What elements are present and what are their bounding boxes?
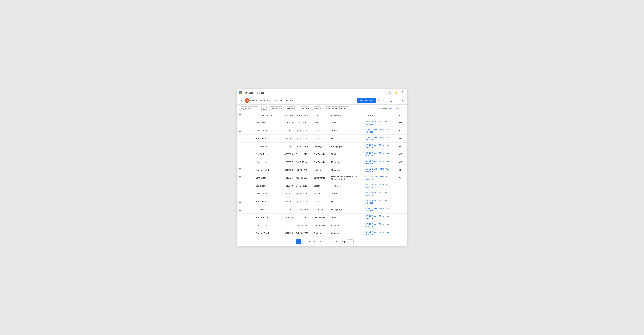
row-checkbox[interactable]	[238, 121, 241, 124]
search-box[interactable]: 🔍	[239, 106, 260, 111]
address-link[interactable]: US-72 & Wall Triana Hwy, Madison...	[366, 136, 390, 141]
address-link[interactable]: US-72 & Wall Triana Hwy, Madison...	[366, 152, 390, 157]
address-link[interactable]: US-72 & Wall Triana Hwy, Madison...	[366, 199, 390, 204]
address-link[interactable]: US-72 & Wall Triana Hwy, Madison...	[366, 223, 390, 228]
gear-icon[interactable]: ⚙	[239, 98, 244, 103]
page-1-button[interactable]: 1	[296, 239, 301, 244]
page-input[interactable]	[347, 240, 354, 244]
view-row-icon[interactable]: 👁	[248, 224, 252, 227]
row-checkbox[interactable]	[238, 153, 241, 155]
prev-page-button[interactable]: ‹	[290, 239, 295, 244]
page-2-button[interactable]: 2	[302, 239, 306, 244]
edit-row-icon[interactable]: ✏	[244, 231, 248, 235]
view-row-icon[interactable]: 👁	[248, 208, 252, 212]
nav-pipelines[interactable]: Pipelines	[256, 92, 264, 94]
enrollment-date: July 1, 2018	[294, 150, 312, 158]
edit-row-icon[interactable]: ✏	[244, 176, 248, 180]
view-row-icon[interactable]: 👁	[248, 184, 252, 188]
table-row: ✏ 👁 Alta Rodriquez 54309879 July 1, 2018…	[237, 214, 407, 221]
edit-row-icon[interactable]: ✏	[244, 160, 248, 164]
edit-row-icon[interactable]: ✏	[244, 200, 248, 204]
row-checkbox[interactable]	[238, 200, 241, 202]
bell-icon[interactable]: 🔔	[394, 90, 398, 95]
address-link[interactable]: US-72 & Wall Triana Hwy, Madison...	[366, 160, 390, 164]
breadcrumb-view[interactable]: All Active Customers ▾	[272, 99, 293, 102]
add-icon[interactable]: ＋	[381, 90, 386, 95]
new-customer-button[interactable]: New customer	[357, 98, 376, 103]
state-filter[interactable]: State ▾	[312, 106, 323, 111]
breadcrumb-customers[interactable]: Customers ▾	[259, 99, 270, 102]
row-checkbox[interactable]	[238, 192, 241, 195]
priority-filter[interactable]: Priority ▾	[285, 106, 297, 111]
address-link[interactable]: US-72 & Wall Triana Hwy, Madison...	[366, 144, 390, 149]
edit-row-icon[interactable]: ✏	[244, 208, 248, 212]
select-all-checkbox[interactable]	[238, 114, 241, 117]
view-row-icon[interactable]: 👁	[248, 231, 252, 235]
help-icon[interactable]: ❓	[400, 90, 405, 95]
edit-row-icon[interactable]: ✏	[244, 184, 248, 188]
nav-my-apps[interactable]: My apps	[245, 92, 253, 94]
customer-name: Alta Rodriquez	[254, 214, 280, 221]
row-checkbox[interactable]	[238, 184, 241, 187]
row-checkbox[interactable]	[238, 145, 241, 147]
download-icon[interactable]: ⬇	[383, 98, 387, 103]
search-input[interactable]	[245, 108, 258, 110]
results-filter-link[interactable]: Submitter is "the...	[389, 108, 405, 110]
view-row-icon[interactable]: 👁	[248, 144, 252, 148]
address-link[interactable]: US-72 & Wall Triana Hwy, Madison...	[366, 120, 390, 125]
row-checkbox[interactable]	[238, 216, 241, 218]
row-checkbox[interactable]	[238, 208, 241, 210]
edit-row-icon[interactable]: ✏	[244, 144, 248, 148]
date-range-filter[interactable]: Date range ▾	[268, 106, 284, 111]
address-link[interactable]: US-72 & Wall Triana Hwy, Madison...	[366, 168, 390, 172]
edit-row-icon[interactable]: ✏	[244, 152, 248, 156]
edit-row-icon[interactable]: ✏	[244, 224, 248, 227]
view-row-icon[interactable]: 👁	[248, 152, 252, 156]
address-link[interactable]: US-72 & Wall Triana Hwy, Madison...	[366, 191, 390, 196]
address-link[interactable]: US-72 & Wall Triana Hwy, Madison...	[366, 184, 390, 188]
view-row-icon[interactable]: 👁	[248, 176, 252, 180]
page-27-button[interactable]: 27	[329, 239, 334, 244]
row-checkbox[interactable]	[238, 176, 241, 179]
view-row-icon[interactable]: 👁	[248, 168, 252, 172]
row-checkbox[interactable]	[238, 137, 241, 140]
page-3-button[interactable]: 3	[307, 239, 312, 244]
fullscreen-icon[interactable]: ⛶	[389, 98, 393, 103]
view-row-icon[interactable]: 👁	[248, 129, 252, 132]
edit-row-icon[interactable]: ✏	[244, 216, 248, 219]
view-row-icon[interactable]: 👁	[248, 216, 252, 219]
view-row-icon[interactable]: 👁	[248, 192, 252, 196]
region-filter[interactable]: Region ▾	[299, 106, 311, 111]
next-page-button[interactable]: ›	[334, 239, 339, 244]
edit-icon[interactable]: ✏	[377, 98, 382, 103]
page-4-button[interactable]: 4	[312, 239, 317, 244]
edit-row-icon[interactable]: ✏	[244, 168, 248, 172]
view-row-icon[interactable]: 👁	[248, 160, 252, 164]
address-link[interactable]: US-72 & Wall Triana Hwy, Madison...	[366, 176, 390, 180]
row-checkbox[interactable]	[238, 160, 241, 163]
row-checkbox[interactable]	[238, 168, 241, 171]
row-checkbox[interactable]	[238, 224, 241, 226]
row-checkbox[interactable]	[238, 129, 241, 132]
address-link[interactable]: US-72 & Wall Triana Hwy, Madison...	[366, 215, 390, 220]
breadcrumb-sales[interactable]: Sales ▾	[250, 99, 257, 102]
edit-row-icon[interactable]: ✏	[244, 129, 248, 132]
more-options-icon[interactable]: ⋮	[394, 98, 399, 103]
view-row-icon[interactable]: 👁	[248, 121, 252, 125]
view-row-icon[interactable]: 👁	[248, 200, 252, 204]
settings-sliders-icon[interactable]: ⚌	[400, 98, 405, 103]
address-link[interactable]: US-72 & Wall Triana Hwy, Madison...	[366, 207, 390, 212]
customer-city: Sacramento	[312, 174, 330, 182]
page-5-button[interactable]: 5	[318, 239, 323, 244]
row-checkbox[interactable]	[238, 232, 241, 234]
address-link[interactable]: US-72 & Wall Triana Hwy, Madison...	[366, 231, 390, 236]
edit-row-icon[interactable]: ✏	[244, 136, 248, 140]
address-link[interactable]: US-72 & Wall Triana Hwy, Madison...	[366, 128, 390, 133]
address-filter[interactable]: Address: State/Region ▾	[324, 106, 350, 111]
view-row-icon[interactable]: 👁	[248, 136, 252, 140]
edit-row-icon[interactable]: ✏	[244, 192, 248, 196]
filter-button[interactable]: ⊟	[262, 106, 266, 111]
edit-row-icon[interactable]: ✏	[244, 121, 248, 125]
search-nav-icon[interactable]: 🔍	[387, 90, 392, 95]
table-row: ✏ 👁 Delia Carroll 54747847 Apr 4, 2018 T…	[237, 190, 407, 198]
